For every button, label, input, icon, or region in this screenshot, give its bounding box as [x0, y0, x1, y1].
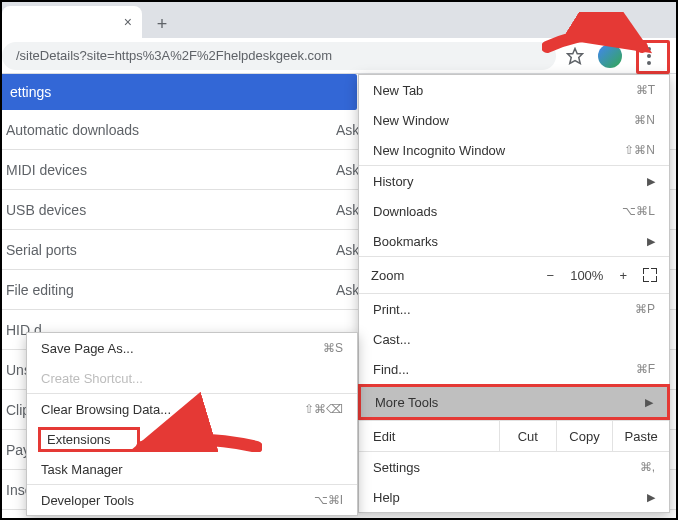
submenu-create-shortcut: Create Shortcut...	[27, 363, 357, 393]
chevron-right-icon: ▶	[647, 491, 655, 504]
new-tab-button[interactable]: +	[148, 10, 176, 38]
settings-header-label: ettings	[10, 84, 51, 100]
menu-bookmarks[interactable]: Bookmarks▶	[359, 226, 669, 256]
cut-button[interactable]: Cut	[499, 421, 556, 451]
chevron-right-icon: ▶	[647, 175, 655, 188]
menu-history[interactable]: History▶	[359, 166, 669, 196]
kebab-menu-icon[interactable]	[636, 41, 662, 71]
bookmark-star-icon[interactable]	[566, 47, 584, 65]
menu-zoom-row: Zoom − 100% +	[359, 257, 669, 293]
tab-strip: × +	[2, 2, 676, 38]
submenu-save-page[interactable]: Save Page As...⌘S	[27, 333, 357, 363]
close-tab-icon[interactable]: ×	[124, 14, 132, 30]
settings-header-bar: ettings	[2, 74, 357, 110]
submenu-developer-tools[interactable]: Developer Tools⌥⌘I	[27, 485, 357, 515]
url-text: /siteDetails?site=https%3A%2F%2Fhelpdesk…	[16, 48, 332, 63]
annotation-more-tools-highlight: More Tools▶	[358, 384, 670, 420]
annotation-extensions-highlight: Extensions	[38, 427, 140, 452]
submenu-clear-browsing-data[interactable]: Clear Browsing Data...⇧⌘⌫	[27, 394, 357, 424]
zoom-out-button[interactable]: −	[547, 268, 555, 283]
paste-button[interactable]: Paste	[612, 421, 669, 451]
chevron-right-icon: ▶	[647, 235, 655, 248]
menu-print[interactable]: Print...⌘P	[359, 294, 669, 324]
zoom-in-button[interactable]: +	[619, 268, 627, 283]
menu-settings[interactable]: Settings⌘,	[359, 452, 669, 482]
zoom-value: 100%	[570, 268, 603, 283]
menu-help[interactable]: Help▶	[359, 482, 669, 512]
chevron-right-icon: ▶	[645, 396, 653, 409]
browser-tab[interactable]: ×	[2, 6, 142, 38]
menu-find[interactable]: Find...⌘F	[359, 354, 669, 384]
menu-downloads[interactable]: Downloads⌥⌘L	[359, 196, 669, 226]
menu-cast[interactable]: Cast...	[359, 324, 669, 354]
menu-new-tab[interactable]: New Tab⌘T	[359, 75, 669, 105]
edit-label: Edit	[359, 421, 499, 451]
menu-incognito[interactable]: New Incognito Window⇧⌘N	[359, 135, 669, 165]
more-tools-submenu: Save Page As...⌘S Create Shortcut... Cle…	[26, 332, 358, 516]
submenu-task-manager[interactable]: Task Manager	[27, 454, 357, 484]
svg-marker-0	[568, 48, 583, 63]
fullscreen-icon[interactable]	[643, 268, 657, 282]
address-bar[interactable]: /siteDetails?site=https%3A%2F%2Fhelpdesk…	[2, 42, 556, 70]
submenu-extensions[interactable]: Extensions	[27, 424, 357, 454]
browser-toolbar: /siteDetails?site=https%3A%2F%2Fhelpdesk…	[2, 38, 676, 74]
copy-button[interactable]: Copy	[556, 421, 613, 451]
main-menu: New Tab⌘T New Window⌘N New Incognito Win…	[358, 74, 670, 513]
menu-more-tools[interactable]: More Tools▶	[361, 387, 667, 417]
profile-avatar-icon[interactable]	[598, 44, 622, 68]
zoom-label: Zoom	[371, 268, 491, 283]
menu-edit-row: Edit Cut Copy Paste	[359, 420, 669, 452]
menu-new-window[interactable]: New Window⌘N	[359, 105, 669, 135]
